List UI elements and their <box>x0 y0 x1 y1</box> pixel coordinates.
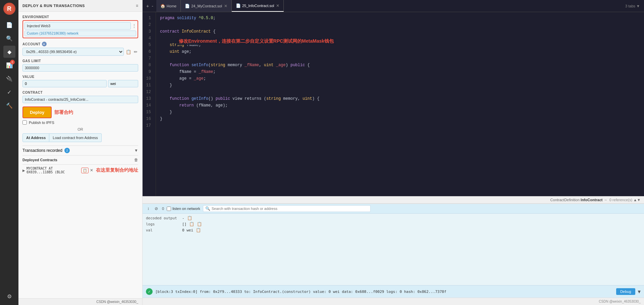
zoom-controls: + - <box>145 3 154 9</box>
transactions-recorded-label: Transactions recorded <box>22 148 62 153</box>
tx-expand-icon[interactable]: ▼ <box>638 289 641 294</box>
delete-contract-icon[interactable]: ✕ <box>90 168 93 173</box>
copy-account-icon[interactable]: 📋 <box>125 49 132 55</box>
load-contract-button[interactable]: Load contract from Address <box>49 133 102 142</box>
at-address-button[interactable]: At Address <box>22 133 49 142</box>
deploy-panel-title: DEPLOY & RUN TRANSACTIONS <box>22 4 85 8</box>
transactions-left: Transactions recorded 2 <box>22 148 70 153</box>
copy-val-icon[interactable]: 📋 <box>196 228 201 232</box>
zoom-in-btn[interactable]: + <box>145 3 150 9</box>
deploy-panel-header: DEPLOY & RUN TRANSACTIONS ≡ <box>18 0 142 12</box>
logs-label: logs <box>146 222 179 226</box>
search-input[interactable] <box>212 207 368 211</box>
contract-def-label: ContractDefinition <box>550 198 581 202</box>
edit-account-icon[interactable]: ✏ <box>133 49 138 55</box>
mycontract-tab-label: 24_MyContract.sol <box>191 4 222 8</box>
deploy-panel: DEPLOY & RUN TRANSACTIONS ≡ ENVIRONMENT … <box>18 0 143 305</box>
contract-select[interactable]: InfoContract - contracts/25_InfoContr... <box>22 96 138 103</box>
at-address-row: At Address Load contract from Address <box>22 133 138 142</box>
search-icon: 🔍 <box>205 206 210 211</box>
debug-nav-icon[interactable]: 📊 2 <box>3 59 15 71</box>
environment-label: ENVIRONMENT <box>22 15 138 19</box>
status-text: CSDN @weixin_46353030_ <box>599 300 641 303</box>
output-row-logs: logs [] 📋 📋 <box>146 222 641 226</box>
debug-button[interactable]: Debug <box>616 288 635 295</box>
home-tab-label: Home <box>167 4 176 8</box>
expand-refs-icon[interactable]: ▲▼ <box>633 198 641 202</box>
mycontract-tab-icon: 📄 <box>185 4 190 8</box>
copy-address-comment: 在这里复制合约地址 <box>96 167 138 173</box>
value-input[interactable]: 0 <box>22 80 107 87</box>
value-row: 0 wei gwei finney ether <box>22 80 138 87</box>
close-infocontract-tab[interactable]: ✕ <box>276 3 279 8</box>
transactions-expand-icon: ▼ <box>134 148 138 153</box>
infocontract-tab-label: 25_InfoContract.sol <box>242 4 274 8</box>
account-input-row: 0x2f9...40333 (99.98536456 e) 📋 ✏ <box>22 48 138 56</box>
unit-select[interactable]: wei gwei finney ether <box>108 80 138 87</box>
environment-select[interactable]: Injected Web3 <box>24 22 131 30</box>
contract-def-name: InfoContract <box>581 198 602 202</box>
add-account-btn[interactable]: + <box>42 42 47 46</box>
deploy-panel-bottom: CSDN @weixin_46353030_ <box>18 298 142 305</box>
csdn-label: CSDN @weixin_46353030_ <box>96 300 138 304</box>
contract-select-row: InfoContract - contracts/25_InfoContr... <box>22 96 138 103</box>
settings-icon[interactable]: ⚙ <box>3 290 15 302</box>
tab-bar: + - 🏠 Home 📄 24_MyContract.sol ✕ 📄 25_In… <box>143 0 644 12</box>
env-options-icon[interactable]: ⋮ <box>132 24 136 28</box>
copy-contract-btn[interactable]: 📋 <box>81 168 89 173</box>
search-box: 🔍 <box>203 205 371 212</box>
account-section: ACCOUNT + <box>22 42 138 46</box>
output-row-decoded: decoded output - 📋 <box>146 216 641 220</box>
transactions-row[interactable]: Transactions recorded 2 ▼ <box>22 145 138 155</box>
contract-expand-arrow[interactable]: ▶ <box>22 169 25 172</box>
success-icon: ✓ <box>146 288 153 295</box>
listen-on-network-checkbox[interactable] <box>167 207 171 211</box>
publish-row: Publish to IPFS <box>22 120 138 125</box>
environment-box: Injected Web3 ⋮ Custom (1637652186380) n… <box>22 20 138 38</box>
publish-ipfs-label: Publish to IPFS <box>29 121 54 125</box>
environment-annotation: 修改Environment，连接在第二步自定义设置RPC测试网的MetaMask… <box>176 38 336 45</box>
output-count: 0 <box>162 207 164 211</box>
status-bar: CSDN @weixin_46353030_ <box>143 298 644 305</box>
file-nav-icon[interactable]: 📄 <box>3 19 15 31</box>
output-arrows-btn[interactable]: ↕ <box>146 206 151 212</box>
tx-text: [block:3 txIndex:0] from: 0x2f9...40333 … <box>155 290 613 294</box>
deploy-row: Deploy 部署合约 <box>22 106 138 118</box>
copy-logs-icon1[interactable]: 📋 <box>189 222 194 226</box>
tab-infocontract[interactable]: 📄 25_InfoContract.sol ✕ <box>232 0 284 12</box>
output-no-entry-btn[interactable]: ⊘ <box>153 206 159 212</box>
mycontract-row: ▶ MYCONTRACT AT 0X039...118B5 (BLOC 📋 ✕ … <box>22 164 138 176</box>
tab-mycontract[interactable]: 📄 24_MyContract.sol ✕ <box>181 0 232 12</box>
app-logo: R <box>3 3 15 15</box>
debug-badge: 2 <box>10 60 15 64</box>
copy-logs-icon2[interactable]: 📋 <box>197 222 202 226</box>
listen-on-network-label: listen on network <box>167 207 200 211</box>
publish-ipfs-checkbox[interactable] <box>22 120 27 125</box>
zoom-out-btn[interactable]: - <box>151 3 154 9</box>
account-select[interactable]: 0x2f9...40333 (99.98536456 e) <box>22 48 124 56</box>
deploy-button[interactable]: Deploy <box>22 106 52 118</box>
deploy-comment: 部署合约 <box>54 110 73 116</box>
check-nav-icon[interactable]: ✓ <box>3 86 15 98</box>
wrench-nav-icon[interactable]: 🔨 <box>3 99 15 112</box>
contract-def-refs: 0 reference(s) <box>607 198 634 202</box>
delete-deployed-icon[interactable]: 🗑 <box>134 158 138 162</box>
copy-decoded-icon[interactable]: 📋 <box>187 216 192 220</box>
deploy-nav-icon[interactable]: ◆ <box>3 46 15 58</box>
env-network-badge: Custom (1637652186380) network <box>24 31 136 36</box>
tab-home[interactable]: 🏠 Home <box>156 0 181 12</box>
panel-menu-icon[interactable]: ≡ <box>136 3 138 8</box>
gas-limit-label: GAS LIMIT <box>22 59 138 63</box>
output-toolbar: ↕ ⊘ 0 listen on network 🔍 <box>143 204 644 214</box>
code-editor[interactable]: 12345 678910 1112131415 1617 pragma soli… <box>143 12 644 196</box>
decoded-output-label: decoded output <box>146 216 179 220</box>
gas-limit-input[interactable]: 3000000 <box>22 64 138 72</box>
plugin-nav-icon[interactable]: 🔌 <box>3 73 15 85</box>
contract-label: CONTRACT <box>22 91 138 94</box>
tab-count: 3 tabs ▼ <box>625 4 641 8</box>
close-mycontract-tab[interactable]: ✕ <box>224 4 227 8</box>
infocontract-tab-icon: 📄 <box>236 3 241 8</box>
search-nav-icon[interactable]: 🔍 <box>3 32 15 44</box>
line-numbers: 12345 678910 1112131415 1617 <box>143 12 156 196</box>
output-row-val: val 0 wei 📋 <box>146 228 641 232</box>
